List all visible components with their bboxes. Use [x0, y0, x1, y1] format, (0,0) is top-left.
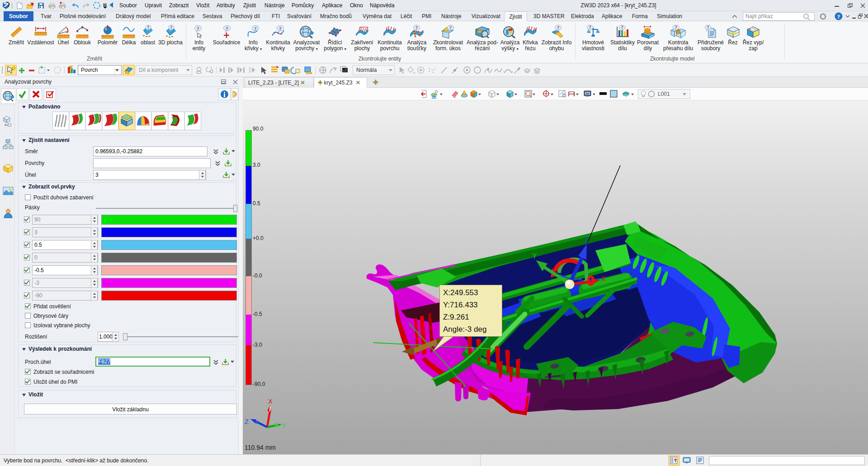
- svg-text:Y: Y: [532, 252, 537, 260]
- svg-text:Díl a komponent: Díl a komponent: [139, 67, 179, 73]
- svg-text:Povrch: Povrch: [81, 67, 98, 73]
- svg-text:Z: Z: [585, 236, 589, 244]
- svg-text:L001: L001: [658, 91, 670, 97]
- svg-text:X: X: [601, 275, 606, 282]
- svg-text:Z: Z: [245, 418, 249, 425]
- svg-text:?: ?: [837, 13, 840, 20]
- svg-text:X: X: [268, 397, 273, 405]
- svg-text:Y: Y: [282, 421, 286, 429]
- svg-text:Normála: Normála: [356, 67, 377, 73]
